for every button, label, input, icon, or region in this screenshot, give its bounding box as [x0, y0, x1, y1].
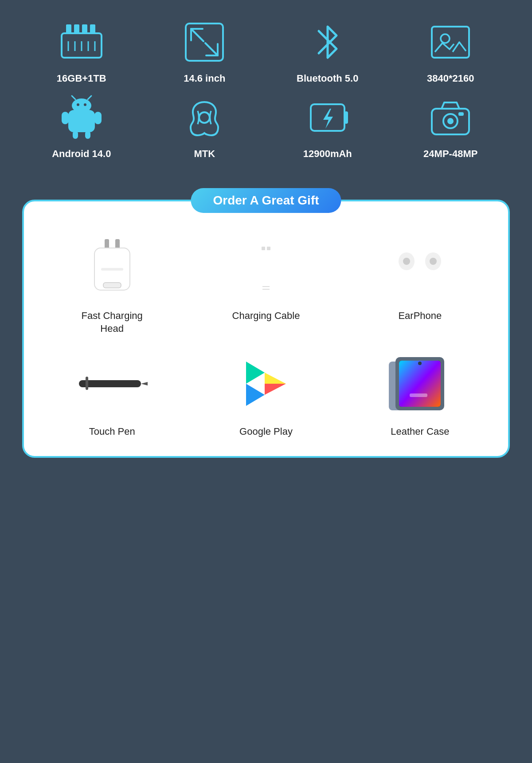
gift-title: Order A Great Gift — [191, 188, 341, 213]
svg-rect-55 — [415, 289, 424, 294]
svg-rect-37 — [115, 239, 120, 249]
gift-pen: Touch Pen — [37, 348, 187, 438]
gift-cable: Charging Cable — [191, 232, 340, 335]
camera-icon — [426, 93, 475, 142]
svg-point-21 — [77, 103, 79, 106]
svg-rect-67 — [399, 361, 441, 407]
cable-icon — [231, 232, 301, 303]
pen-label: Touch Pen — [89, 425, 135, 438]
mtk-label: MTK — [194, 148, 215, 160]
memory-label: 16GB+1TB — [57, 73, 106, 84]
svg-rect-2 — [74, 24, 79, 34]
battery-label: 12900mAh — [303, 148, 352, 160]
battery-icon — [303, 93, 352, 142]
svg-line-24 — [88, 96, 91, 99]
svg-rect-4 — [90, 24, 95, 34]
svg-marker-60 — [246, 384, 265, 406]
spec-battery: 12900mAh — [268, 93, 387, 160]
svg-point-34 — [447, 118, 454, 124]
svg-rect-36 — [105, 239, 109, 249]
svg-rect-28 — [94, 112, 102, 124]
svg-rect-40 — [101, 268, 123, 271]
svg-marker-62 — [265, 384, 286, 395]
svg-point-20 — [72, 98, 91, 113]
googleplay-label: Google Play — [239, 425, 293, 438]
bluetooth-label: Bluetooth 5.0 — [297, 73, 358, 84]
svg-rect-44 — [267, 247, 270, 250]
svg-rect-57 — [86, 377, 88, 390]
spec-camera: 24MP-48MP — [391, 93, 510, 160]
svg-rect-69 — [410, 393, 427, 397]
svg-point-18 — [441, 34, 450, 43]
svg-rect-43 — [262, 247, 265, 250]
svg-rect-45 — [261, 285, 271, 292]
svg-line-16 — [205, 43, 218, 55]
svg-rect-1 — [66, 24, 71, 34]
svg-point-53 — [430, 258, 437, 265]
android-icon — [57, 93, 106, 142]
gift-earphone: EarPhone — [345, 232, 495, 335]
camera-label: 24MP-48MP — [423, 148, 477, 160]
leathercase-label: Leather Case — [391, 425, 449, 438]
svg-line-23 — [72, 96, 75, 99]
spec-memory: 16GB+1TB — [22, 18, 141, 84]
svg-marker-58 — [141, 382, 148, 385]
svg-rect-26 — [85, 131, 90, 139]
svg-point-68 — [418, 362, 422, 365]
svg-point-29 — [199, 112, 210, 123]
svg-point-41 — [249, 251, 283, 285]
spec-size: 14.6 inch — [145, 18, 264, 84]
bluetooth-icon — [303, 18, 352, 67]
svg-rect-25 — [73, 131, 78, 139]
svg-point-22 — [84, 103, 86, 106]
android-label: Android 14.0 — [52, 148, 111, 160]
spec-mtk: MTK — [145, 93, 264, 160]
svg-marker-59 — [246, 362, 265, 384]
pen-icon — [77, 348, 148, 419]
spec-bluetooth: Bluetooth 5.0 — [268, 18, 387, 84]
svg-rect-3 — [82, 24, 87, 34]
svg-line-13 — [191, 29, 203, 41]
googleplay-icon — [231, 348, 301, 419]
mtk-icon — [180, 93, 229, 142]
spec-resolution: 3840*2160 — [391, 18, 510, 84]
size-icon — [180, 18, 229, 67]
gift-section: Order A Great Gift Fast ChargingHead — [22, 200, 510, 458]
svg-rect-31 — [344, 111, 348, 124]
spec-android: Android 14.0 — [22, 93, 141, 160]
svg-rect-35 — [458, 112, 464, 116]
resolution-icon — [426, 18, 475, 67]
svg-rect-19 — [68, 110, 95, 132]
gift-grid: Fast ChargingHead Charging Cable — [37, 232, 495, 438]
charger-label: Fast ChargingHead — [82, 310, 143, 335]
svg-rect-27 — [62, 112, 69, 124]
earphone-label: EarPhone — [398, 310, 442, 323]
charger-icon — [77, 232, 148, 303]
size-label: 14.6 inch — [184, 73, 225, 84]
leathercase-icon — [384, 348, 455, 419]
cable-label: Charging Cable — [232, 310, 300, 323]
resolution-label: 3840*2160 — [427, 73, 474, 84]
memory-icon — [57, 18, 106, 67]
earphone-icon — [384, 232, 455, 303]
svg-point-50 — [403, 258, 410, 265]
gift-googleplay: Google Play — [191, 348, 340, 438]
svg-rect-39 — [103, 283, 121, 288]
gift-charger: Fast ChargingHead — [37, 232, 187, 335]
gift-title-wrap: Order A Great Gift — [191, 188, 341, 213]
specs-grid: 16GB+1TB 14.6 inch Bluetooth 5.0 — [22, 18, 510, 160]
svg-rect-17 — [432, 27, 469, 58]
gift-leathercase: Leather Case — [345, 348, 495, 438]
svg-marker-61 — [265, 373, 286, 384]
